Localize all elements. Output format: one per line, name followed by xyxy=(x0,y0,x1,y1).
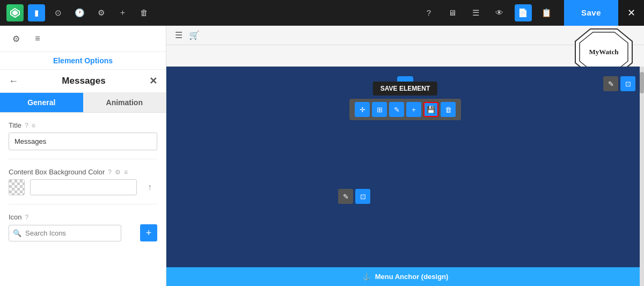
elem-copy-btn[interactable]: ⊞ xyxy=(372,102,387,117)
sub-toolbar: ☰ 🛒 xyxy=(166,26,644,45)
elem-save-btn[interactable]: 💾 xyxy=(423,102,438,117)
color-row: ↑ xyxy=(9,179,157,195)
menu-anchor-bar[interactable]: ⚓ Menu Anchor (design) xyxy=(166,267,644,286)
bg-gear-icon[interactable]: ⚙ xyxy=(115,168,121,176)
toolbar-trash-btn[interactable]: 🗑 xyxy=(135,4,152,21)
preview-btn[interactable]: 👁 xyxy=(491,4,508,21)
color-swatch[interactable] xyxy=(9,179,25,195)
icon-help-icon[interactable]: ? xyxy=(25,214,29,221)
cart-icon[interactable]: 🛒 xyxy=(189,30,200,40)
settings-tab-icon[interactable]: ⚙ xyxy=(9,31,24,46)
section-pencil-btn[interactable]: ✎ xyxy=(338,189,353,204)
icon-search-row: 🔍 + xyxy=(9,224,157,241)
element-options-label: Element Options xyxy=(0,52,166,70)
icon-field-label: Icon ? xyxy=(9,213,157,221)
bg-help-icon[interactable]: ? xyxy=(108,168,112,176)
elem-delete-btn[interactable]: 🗑 xyxy=(441,102,456,117)
color-upload-btn[interactable]: ↑ xyxy=(142,180,157,195)
tab-animation[interactable]: Animation xyxy=(83,93,166,112)
icon-search-input[interactable] xyxy=(9,225,121,241)
save-element-tooltip: SAVE ELEMENT xyxy=(373,82,437,96)
toolbar-panel-btn[interactable]: ▮ xyxy=(28,4,45,21)
sidebar-header: ← Messages ✕ xyxy=(0,70,166,93)
mywatch-logo-text: MyWatch xyxy=(589,48,619,56)
bg-color-field-label: Content Box Background Color ? ⚙ ≡ xyxy=(9,168,157,176)
back-button[interactable]: ← xyxy=(9,76,18,87)
sidebar-top-tabs: ⚙ ≡ xyxy=(0,26,166,52)
canvas-edit-btn[interactable]: ✎ xyxy=(603,76,618,91)
desktop-btn[interactable]: 🖥 xyxy=(444,4,461,21)
tab-general[interactable]: General xyxy=(0,93,83,112)
right-content: ☰ 🛒 MyWatch + SAVE ELEMENT ✛ ⊞ ✎ xyxy=(166,26,644,286)
icon-add-button[interactable]: + xyxy=(140,224,157,241)
elem-edit-btn[interactable]: ✎ xyxy=(389,102,404,117)
title-field-label: Title ? ≡ xyxy=(9,121,157,129)
toolbar-settings-btn[interactable]: ⚙ xyxy=(92,4,109,21)
file1-btn[interactable]: 📄 xyxy=(515,4,532,21)
sliders-tab-icon[interactable]: ≡ xyxy=(30,31,45,46)
svg-marker-1 xyxy=(12,10,18,16)
search-icon: 🔍 xyxy=(13,229,21,237)
file2-btn[interactable]: 📋 xyxy=(538,4,555,21)
title-help-icon[interactable]: ? xyxy=(25,122,28,129)
scrollbar-thumb[interactable] xyxy=(640,72,644,93)
help-btn[interactable]: ? xyxy=(420,4,437,21)
sidebar-content: Title ? ≡ Content Box Background Color ?… xyxy=(0,113,166,286)
sidebar-title: Messages xyxy=(62,76,105,86)
toolbar-clock-btn[interactable]: 🕐 xyxy=(71,4,88,21)
left-sidebar: ⚙ ≡ Element Options ← Messages ✕ General… xyxy=(0,26,166,286)
element-toolbar: ✛ ⊞ ✎ + 💾 🗑 xyxy=(349,99,461,120)
bg-more-icon[interactable]: ≡ xyxy=(124,168,128,176)
section-frame-btn[interactable]: ⊡ xyxy=(355,189,370,204)
align-icon[interactable]: ☰ xyxy=(175,30,182,40)
top-toolbar: ▮ ⊙ 🕐 ⚙ ＋ 🗑 ? 🖥 ☰ 👁 📄 📋 Save ✕ xyxy=(0,0,644,26)
app-logo[interactable] xyxy=(6,4,24,21)
sidebar-close-button[interactable]: ✕ xyxy=(149,75,157,87)
canvas-frame-btn[interactable]: ⊡ xyxy=(620,76,635,91)
elem-move-btn[interactable]: ✛ xyxy=(355,102,370,117)
toolbar-add-btn[interactable]: ＋ xyxy=(114,4,131,21)
canvas-edit-buttons: ✎ ⊡ xyxy=(603,76,635,91)
canvas-area: + SAVE ELEMENT ✛ ⊞ ✎ + 💾 🗑 ✎ ⊡ ✎ ⊡ xyxy=(166,67,644,286)
close-button[interactable]: ✕ xyxy=(618,0,644,26)
elem-add-btn[interactable]: + xyxy=(406,102,421,117)
anchor-icon: ⚓ xyxy=(362,273,371,281)
icon-search-wrapper: 🔍 xyxy=(9,225,136,241)
gen-anim-tabs: General Animation xyxy=(0,93,166,113)
title-input[interactable] xyxy=(9,133,157,150)
title-more-icon[interactable]: ≡ xyxy=(32,122,35,129)
layout-btn[interactable]: ☰ xyxy=(467,4,485,21)
section-edit-buttons: ✎ ⊡ xyxy=(338,189,370,204)
save-button[interactable]: Save xyxy=(564,0,618,26)
menu-anchor-label: Menu Anchor (design) xyxy=(375,273,449,281)
toolbar-layers-btn[interactable]: ⊙ xyxy=(49,4,67,21)
scrollbar[interactable] xyxy=(640,67,644,286)
color-input-box[interactable] xyxy=(30,179,137,195)
main-layout: ⚙ ≡ Element Options ← Messages ✕ General… xyxy=(0,26,644,286)
